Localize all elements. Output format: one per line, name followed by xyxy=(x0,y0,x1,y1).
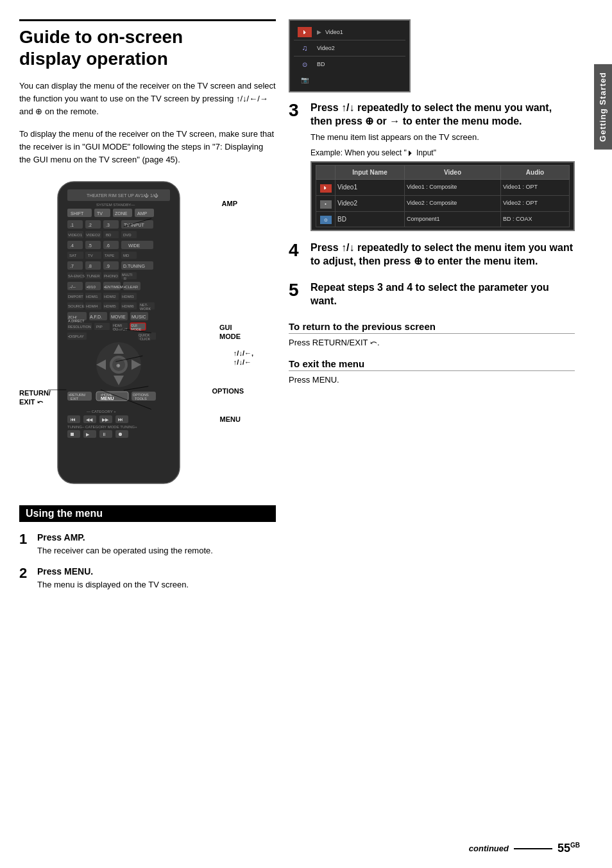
svg-text:.8: .8 xyxy=(88,264,92,268)
svg-text:.4: .4 xyxy=(70,243,74,248)
svg-text:HDMI5: HDMI5 xyxy=(104,304,116,308)
svg-text:D.TUNING: D.TUNING xyxy=(123,264,145,268)
step-1-number: 1 xyxy=(19,531,32,548)
footer: continued 55GB xyxy=(469,842,580,855)
svg-text:⊕: ⊕ xyxy=(116,363,121,369)
step-2-number: 2 xyxy=(19,565,32,582)
step-5-title: Repeat steps 3 and 4 to select the param… xyxy=(310,281,575,308)
exit-body: Press MENU. xyxy=(289,374,575,386)
svg-text:TUNER: TUNER xyxy=(87,274,100,278)
svg-text:AMP: AMP xyxy=(137,211,148,216)
svg-text:HDMI2: HDMI2 xyxy=(104,295,116,299)
svg-text:•DISPLAY: •DISPLAY xyxy=(68,334,84,338)
step-2-body: The menu is displayed on the TV screen. xyxy=(37,578,189,591)
step-2: 2 Press MENU. The menu is displayed on t… xyxy=(19,565,276,591)
svg-text:.9: .9 xyxy=(106,264,110,268)
screen-preview-2: Input Name Video Audio ⏵ xyxy=(310,161,575,231)
svg-text:— CATEGORY +: — CATEGORY + xyxy=(87,410,116,413)
svg-text:⏺: ⏺ xyxy=(118,431,123,437)
svg-text:THEATER RIM SET UP AV1/⏻ 1/⏻: THEATER RIM SET UP AV1/⏻ 1/⏻ xyxy=(87,193,158,198)
screen-preview-1: ⏵ ▶ Video1 ♫ Video2 ⊙ BD 📷 xyxy=(289,19,411,92)
svg-text:PIP: PIP xyxy=(96,325,103,329)
svg-text:HDMI1: HDMI1 xyxy=(86,295,98,299)
label-return-exit: RETURN/EXIT ⤺ xyxy=(19,388,51,407)
svg-text:•CLEAR: •CLEAR xyxy=(124,285,139,289)
svg-text:TV: TV xyxy=(97,211,103,216)
svg-text:ZONE: ZONE xyxy=(115,211,128,216)
intro-paragraph-2: To display the menu of the receiver on t… xyxy=(19,128,276,166)
svg-text:A.DIRECT: A.DIRECT xyxy=(68,319,85,323)
label-options: OPTIONS xyxy=(212,387,244,395)
svg-text:HDMI6: HDMI6 xyxy=(122,304,134,308)
svg-text:⏸: ⏸ xyxy=(102,432,106,437)
svg-text:•ENTIMEM: •ENTIMEM xyxy=(104,285,123,289)
svg-text:MD: MD xyxy=(123,254,130,257)
svg-text:.3: .3 xyxy=(106,223,110,227)
svg-text:RESOLUTION: RESOLUTION xyxy=(68,325,91,329)
section-heading: Using the menu xyxy=(19,505,276,522)
svg-rect-141 xyxy=(83,430,96,438)
intro-paragraph-1: You can display the menu of the receiver… xyxy=(19,80,276,118)
exit-heading: To exit the menu xyxy=(289,358,575,371)
return-body: Press RETURN/EXIT ⤺. xyxy=(289,336,575,349)
remote-illustration: THEATER RIM SET UP AV1/⏻ 1/⏻ SYSTEM STAN… xyxy=(19,175,237,496)
svg-text:HDMI4: HDMI4 xyxy=(86,304,98,308)
label-menu: MENU xyxy=(220,415,241,423)
svg-text:CLICK: CLICK xyxy=(140,337,151,341)
svg-text:SOURCE: SOURCE xyxy=(68,304,85,308)
step-1-title: Press AMP. xyxy=(37,531,213,544)
svg-text:MOVIE: MOVIE xyxy=(111,315,126,319)
svg-text:TV: TV xyxy=(88,254,93,257)
step-5-number: 5 xyxy=(289,281,304,299)
svg-text:DVD: DVD xyxy=(123,233,132,237)
step-3-body: The menu item list appears on the TV scr… xyxy=(310,131,575,144)
svg-text:•0/10: •0/10 xyxy=(87,285,96,289)
step-3-title: Press ↑/↓ repeatedly to select the menu … xyxy=(310,101,575,128)
svg-text:A.F.D.: A.F.D. xyxy=(90,315,102,319)
svg-text:▶▶: ▶▶ xyxy=(102,417,109,422)
svg-text:MENU: MENU xyxy=(101,396,114,401)
svg-text:.5: .5 xyxy=(88,243,92,248)
step-3-number: 3 xyxy=(289,101,304,119)
svg-text:SA-EN/CS: SA-EN/CS xyxy=(68,274,85,278)
svg-text:SAT: SAT xyxy=(69,254,77,257)
footer-line xyxy=(514,848,552,849)
step-5: 5 Repeat steps 3 and 4 to select the par… xyxy=(289,281,575,311)
svg-text:◀◀: ◀◀ xyxy=(86,417,93,422)
svg-text:⏭: ⏭ xyxy=(118,417,123,422)
svg-text:PHONO: PHONO xyxy=(104,274,118,278)
step-4-number: 4 xyxy=(289,241,304,259)
svg-text:MODE: MODE xyxy=(131,327,142,331)
svg-text:VIDEO2: VIDEO2 xyxy=(86,233,101,237)
svg-text:HDMI3: HDMI3 xyxy=(122,295,134,299)
step-2-title: Press MENU. xyxy=(37,565,189,578)
svg-text:SHIFT: SHIFT xyxy=(71,211,84,216)
svg-text:.7: .7 xyxy=(70,264,74,268)
svg-text:EXIT: EXIT xyxy=(71,397,79,401)
step-1: 1 Press AMP. The receiver can be operate… xyxy=(19,531,276,557)
svg-text:WIDE: WIDE xyxy=(128,243,140,248)
label-amp: AMP xyxy=(222,200,237,207)
svg-text:WORK: WORK xyxy=(140,307,151,311)
svg-text:MUSIC: MUSIC xyxy=(132,315,146,319)
svg-text:VIDEO1: VIDEO1 xyxy=(68,233,83,237)
svg-text:.1: .1 xyxy=(70,223,74,227)
step-4: 4 Press ↑/↓ repeatedly to select the men… xyxy=(289,241,575,271)
label-arrows: ↑/↓/←,↑/↓/← xyxy=(234,349,253,367)
svg-text:⏹: ⏹ xyxy=(70,431,75,437)
step-4-title: Press ↑/↓ repeatedly to select the menu … xyxy=(310,241,575,268)
svg-text:TUNING– CATEGORY MODE TUNING+: TUNING– CATEGORY MODE TUNING+ xyxy=(67,425,137,429)
svg-text:R: R xyxy=(124,277,126,281)
svg-text:.-/--: .-/-- xyxy=(69,284,76,289)
side-tab: Getting Started xyxy=(594,64,612,150)
svg-text:⏮: ⏮ xyxy=(71,417,76,422)
svg-text:DMPORT: DMPORT xyxy=(68,295,83,299)
svg-text:TV INPUT: TV INPUT xyxy=(124,223,145,227)
label-gui-mode: GUIMODE xyxy=(219,323,241,342)
svg-text:.2: .2 xyxy=(88,223,92,227)
svg-text:TAPE: TAPE xyxy=(105,254,114,257)
svg-text:BD: BD xyxy=(106,233,112,237)
footer-continued: continued xyxy=(469,844,509,853)
step-3-example: Example: When you select "⏵ Input" xyxy=(310,147,575,159)
step-3: 3 Press ↑/↓ repeatedly to select the men… xyxy=(289,101,575,231)
